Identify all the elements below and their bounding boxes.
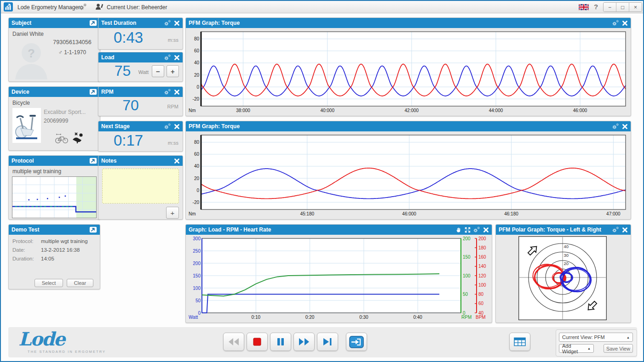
add-widget-dropdown[interactable]: Add Widget ▲ xyxy=(559,344,594,353)
settings-gears-icon[interactable] xyxy=(473,226,480,233)
pan-hand-icon[interactable] xyxy=(456,227,462,233)
popout-window-icon[interactable] xyxy=(89,158,97,164)
app-title: Lode Ergometry Manager xyxy=(17,4,80,11)
bicycle-dimensions-icon[interactable] xyxy=(55,134,69,144)
rpm-unit: RPM xyxy=(167,104,178,109)
language-flag-icon[interactable] xyxy=(579,4,589,10)
current-view-dropdown[interactable]: Current View: PFM ▲ xyxy=(559,333,633,342)
pfm-graph-2-title: PFM Graph: Torque xyxy=(189,123,610,130)
load-rpm-hr-chart[interactable]: 0501001502002503000:100:200:300:40050100… xyxy=(187,236,490,321)
settings-gears-icon[interactable] xyxy=(164,54,171,61)
settings-gears-icon[interactable] xyxy=(164,123,171,130)
close-widget-icon[interactable] xyxy=(174,89,180,95)
user-edit-icon[interactable] xyxy=(95,3,104,11)
help-button[interactable]: ? xyxy=(594,3,598,11)
load-unit: Watt xyxy=(138,69,149,75)
device-panel-title: Device xyxy=(12,89,86,95)
svg-text:-20: -20 xyxy=(193,200,200,205)
gender-male-icon: ♂ xyxy=(58,49,63,56)
pfm-graph-panel-1: PFM Graph: Torque 38:00040:00042:00044:0… xyxy=(185,17,631,116)
next-stage-unit: m:ss xyxy=(168,140,178,146)
select-test-button[interactable]: Select xyxy=(34,279,63,287)
svg-text:20: 20 xyxy=(194,176,200,181)
demo-test-row-label: Date: xyxy=(12,247,25,253)
export-session-button[interactable] xyxy=(346,333,367,351)
close-widget-icon[interactable] xyxy=(483,227,489,233)
svg-text:60: 60 xyxy=(194,48,200,53)
close-widget-icon[interactable] xyxy=(174,124,180,130)
svg-text:Watt: Watt xyxy=(189,315,198,320)
expand-arrows-icon[interactable] xyxy=(465,227,471,233)
next-stage-widget: Next Stage 0:17 m:ss xyxy=(98,121,183,152)
maximize-button[interactable]: □ xyxy=(616,3,629,11)
close-widget-icon[interactable] xyxy=(622,124,628,130)
close-widget-icon[interactable] xyxy=(622,20,628,26)
load-increase-button[interactable]: + xyxy=(167,65,179,77)
load-rpm-hr-title: Graph: Load - RPM - Heart Rate xyxy=(189,226,453,233)
pause-button[interactable] xyxy=(270,333,291,351)
svg-text:Nm: Nm xyxy=(189,211,196,216)
svg-text:200: 200 xyxy=(478,236,486,241)
close-widget-icon[interactable] xyxy=(174,158,180,164)
load-header: Load xyxy=(98,52,183,62)
settings-gears-icon[interactable] xyxy=(612,226,619,233)
clear-test-button[interactable]: Clear xyxy=(67,279,93,287)
test-duration-widget: Test Duration 0:43 m:ss xyxy=(98,17,183,50)
protocol-panel-title: Protocol xyxy=(12,158,86,164)
svg-text:47:000: 47:000 xyxy=(606,211,621,216)
minimize-button[interactable]: − xyxy=(604,3,616,11)
saddle-setting-icon[interactable] xyxy=(72,132,84,144)
settings-gears-icon[interactable] xyxy=(164,89,171,96)
current-user-label: Current User: Beheerder xyxy=(107,4,167,11)
pfm-polar-title: PFM Polar Graph: Torque - Left & Right xyxy=(499,226,610,233)
notes-input[interactable] xyxy=(102,169,179,204)
demo-test-panel-title: Demo Test xyxy=(12,226,86,233)
settings-gears-icon[interactable] xyxy=(164,20,171,27)
demo-test-row-label: Duration: xyxy=(12,256,34,261)
skip-to-end-icon xyxy=(322,337,333,346)
popout-window-icon[interactable] xyxy=(89,20,97,27)
app-logo-icon xyxy=(4,2,13,11)
next-stage-title: Next Stage xyxy=(101,123,161,130)
close-widget-icon[interactable] xyxy=(622,227,628,233)
subject-birth-row: ♂ 1-1-1970 xyxy=(48,49,97,56)
settings-gears-icon[interactable] xyxy=(612,123,619,130)
stop-button[interactable] xyxy=(247,333,268,351)
pfm-polar-chart: 010203040 xyxy=(518,236,607,320)
fast-forward-button[interactable] xyxy=(293,333,315,351)
pause-icon xyxy=(276,337,285,346)
close-widget-icon[interactable] xyxy=(174,20,180,26)
protocol-name: multiple wgt training xyxy=(12,168,61,175)
load-decrease-button[interactable]: − xyxy=(152,65,164,77)
add-widget-label: Add Widget xyxy=(562,343,587,354)
popout-window-icon[interactable] xyxy=(89,226,97,233)
settings-gears-icon[interactable] xyxy=(79,3,87,11)
svg-text:42:000: 42:000 xyxy=(405,108,419,113)
rpm-value: 70 xyxy=(98,97,163,114)
table-grid-icon xyxy=(514,337,526,346)
add-note-button[interactable]: + xyxy=(166,207,179,219)
close-widget-icon[interactable] xyxy=(174,55,180,61)
svg-text:140: 140 xyxy=(478,264,486,269)
pfm-graph-1-header: PFM Graph: Torque xyxy=(186,18,631,28)
rpm-title: RPM xyxy=(101,89,161,95)
svg-text:0:20: 0:20 xyxy=(305,315,315,320)
pfm-polar-header: PFM Polar Graph: Torque - Left & Right xyxy=(496,225,631,235)
avatar-placeholder-question: ? xyxy=(28,46,35,60)
svg-text:46:180: 46:180 xyxy=(504,211,518,216)
close-window-button[interactable]: × xyxy=(629,3,642,11)
lode-tagline: THE STANDARD IN ERGOMETRY xyxy=(28,350,106,354)
show-table-button[interactable] xyxy=(509,333,530,351)
svg-text:50: 50 xyxy=(196,298,201,303)
skip-to-end-button[interactable] xyxy=(317,333,338,351)
subject-panel-header: Subject xyxy=(9,18,100,28)
svg-text:300: 300 xyxy=(193,236,201,241)
notes-header: Notes xyxy=(98,156,183,166)
settings-gears-icon[interactable] xyxy=(612,20,619,27)
save-view-button[interactable]: Save View xyxy=(604,344,633,353)
rewind-button[interactable] xyxy=(223,333,244,351)
notes-widget: Notes + xyxy=(98,155,183,220)
popout-window-icon[interactable] xyxy=(89,89,97,96)
svg-text:0: 0 xyxy=(198,311,201,316)
subject-panel-title: Subject xyxy=(12,20,86,26)
